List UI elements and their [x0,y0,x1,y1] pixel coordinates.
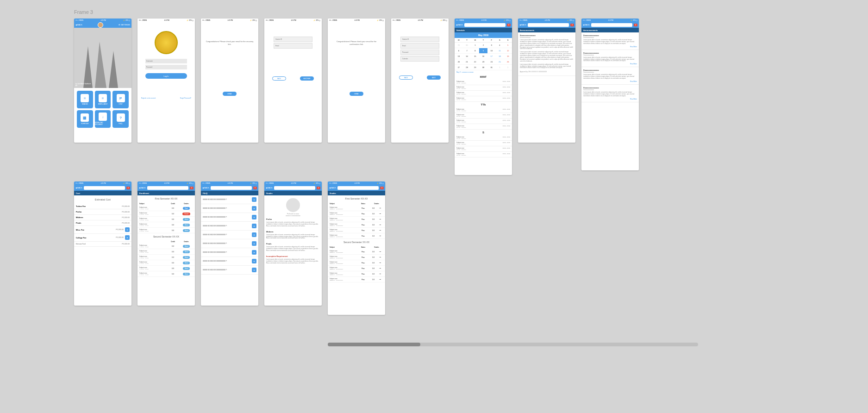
more-icon[interactable]: ••• [380,262,381,264]
subject-row[interactable]: Subject xxxxX: XX:XX - XX:XXX.XDetail [137,260,195,266]
email-input[interactable] [400,43,439,49]
calendar-day[interactable]: 9 [479,48,487,54]
search-input[interactable] [147,186,188,190]
tile-faq[interactable]: ?F.A.Q. [112,110,129,128]
search-input[interactable] [337,186,379,190]
back-button[interactable]: ◀ BACK [266,187,273,189]
expand-button[interactable]: + [252,232,256,237]
schedule-row[interactable]: Subject xxxxxxx xxx - xxxxxxxxxx:xx - xx… [455,146,512,152]
calendar-day[interactable]: 7 [463,48,471,54]
expand-button[interactable]: + [125,227,130,232]
calendar-day[interactable]: 3 [487,43,496,48]
faq-row[interactable]: XXXXX XX XXX XXX XXXXXXXXXX ?+ [201,231,258,239]
more-icon[interactable]: ••• [380,219,381,220]
back-button[interactable]: ◀ BACK [139,187,146,189]
faq-row[interactable]: XXXXX XX XXX XXX XXXXXXXXXX ?+ [201,239,258,248]
announcement-item[interactable]: XxxxxxxxxxxxxxxXxxxxxxxxxxxxxxLorem ipsu… [581,67,639,85]
grade-row[interactable]: Subject xxxxSection xx - xxxxxxxxxxxxPas… [328,266,385,271]
grade-row[interactable]: Subject xxxxSection xx - xxxxxxxxxxxxPas… [328,277,385,282]
schedule-row[interactable]: Subject xxxxxxx xxx - xxxxxxxxxx:xx - xx… [455,107,512,113]
search-input[interactable] [591,23,632,27]
login-button[interactable]: Log In [145,73,187,79]
faq-row[interactable]: XXXXX XX XXX XXX XXXXXXXXXX ?+ [201,248,258,257]
grade-row[interactable]: Subject xxxxSection xx - xxxxxxxxxxxxPas… [328,222,385,228]
subject-row[interactable]: Subject xxxxX: XX:XX - XX:XXX.XDetail [137,228,195,233]
scroll-thumb[interactable] [328,343,420,346]
calendar-day[interactable]: 13 [455,54,463,59]
calendar-day[interactable]: 10 [487,48,496,54]
settings-button[interactable]: ⚙ SETTINGS [119,24,130,26]
more-icon[interactable]: ••• [380,230,381,232]
faq-row[interactable]: XXXXX XX XXX XXX XXXXXXXXXX ?+ [201,213,258,222]
search-input[interactable] [464,23,506,27]
calendar-day[interactable]: 26 [504,59,512,65]
back-button[interactable]: ◀ BACK [75,187,82,189]
calendar-day[interactable]: 31 [487,65,496,70]
faq-row[interactable]: XXXXX XX XXX XXX XXXXXXXXXX ?+ [201,257,258,266]
more-icon[interactable]: ••• [380,257,381,258]
email-input[interactable] [274,43,312,49]
home-button[interactable]: HOME [350,92,363,96]
subject-row[interactable]: Subject xxxxX: XX:XX - XX:XXX.XDetail [137,244,195,249]
calendar-day[interactable]: 6 [455,48,463,54]
calendar-day[interactable]: 25 [496,59,504,65]
schedule-row[interactable]: Subject xxxxxxx xxx - xxxxxxxxxx:xx - xx… [455,124,512,130]
schedule-row[interactable]: Subject xxxxxxx xxx - xxxxxxxxxx:xx - xx… [455,113,512,119]
calendar-day[interactable]: 22 [471,59,479,65]
username-input[interactable] [145,59,187,63]
password-input[interactable] [400,50,439,55]
expand-button[interactable]: + [252,206,256,211]
read-more-link[interactable]: Read More [583,81,637,82]
more-icon[interactable]: ••• [380,207,381,209]
student-id-input[interactable] [400,37,439,42]
forgot-link[interactable]: Forgot Password? [180,97,191,99]
calendar-day[interactable]: 5 [504,43,512,48]
calendar-day[interactable]: 1 [471,43,479,48]
expand-button[interactable]: + [252,197,256,202]
more-icon[interactable]: ••• [380,279,381,281]
faq-row[interactable]: XXXXX XX XXX XXX XXXXXXXXXX ?+ [201,266,258,275]
more-icon[interactable]: ••• [380,273,381,275]
register-link[interactable]: Register a new account [141,97,156,99]
close-button[interactable]: X [126,187,130,189]
calendar-day[interactable]: 29 [471,65,479,70]
subject-row[interactable]: Subject xxxxX: XX:XX - XX:XXX.XDetail [137,217,195,222]
close-button[interactable]: X [507,24,511,26]
more-icon[interactable]: ••• [380,213,381,215]
calendar-day[interactable]: 21 [463,59,471,65]
search-input[interactable] [84,186,125,190]
subject-row[interactable]: Subject xxxxX: XX:XX - XX:XXX.XDetail [137,249,195,255]
back-button[interactable]: ◀ BACK [329,187,336,189]
read-more-link[interactable]: Read More [583,63,637,65]
back-button[interactable]: ◀ BACK [519,24,526,26]
back-button[interactable]: ◀ BACK [75,24,82,26]
grade-row[interactable]: Subject xxxxSection xx - xxxxxxxxxxxxPas… [328,233,385,239]
close-button[interactable]: X [190,187,194,189]
recover-button[interactable]: RECOVER [300,76,314,81]
calendar-day[interactable]: 30 [463,43,471,48]
grade-row[interactable]: Subject xxxxSection xx - xxxxxxxxxxxxPas… [328,228,385,233]
schedule-row[interactable]: Subject xxxxxxx xxx - xxxxxxxxxx:xx - xx… [455,96,512,102]
calendar-day[interactable]: 28 [463,65,471,70]
calendar-day[interactable]: 23 [479,59,487,65]
next-button[interactable]: NEXT [427,75,441,80]
back-button[interactable]: ◀ BACK [583,24,590,26]
search-input[interactable] [528,23,569,27]
student-id-input[interactable] [274,37,312,42]
subject-row[interactable]: Subject xxxxX: XX:XX - XX:XXX.XDetail [137,266,195,271]
search-input[interactable] [211,186,252,190]
expand-button[interactable]: + [252,268,256,272]
close-button[interactable]: X [317,187,320,189]
calendar-day[interactable]: 12 [504,48,512,54]
calendar-day[interactable]: 1 [496,65,504,70]
more-icon[interactable]: ••• [380,251,381,253]
faq-row[interactable]: XXXXX XX XXX XXX XXXXXXXXXX ?+ [201,204,258,213]
grade-row[interactable]: Subject xxxxSection xx - xxxxxxxxxxxxPas… [328,217,385,222]
grade-row[interactable]: Subject xxxxSection xx - xxxxxxxxxxxxPas… [328,260,385,266]
calendar-day[interactable]: 4 [496,43,504,48]
calendar-input[interactable] [400,56,439,62]
expand-button[interactable]: + [252,224,256,228]
grade-row[interactable]: Subject xxxxSection xx - xxxxxxxxxxxxPas… [328,271,385,277]
design-canvas[interactable]: ••••○ VIRGIN4:21 PM⚡ 22% ▢ ◀ BACK ⚙ SETT… [9,19,859,352]
calendar-day[interactable]: 14 [463,54,471,59]
